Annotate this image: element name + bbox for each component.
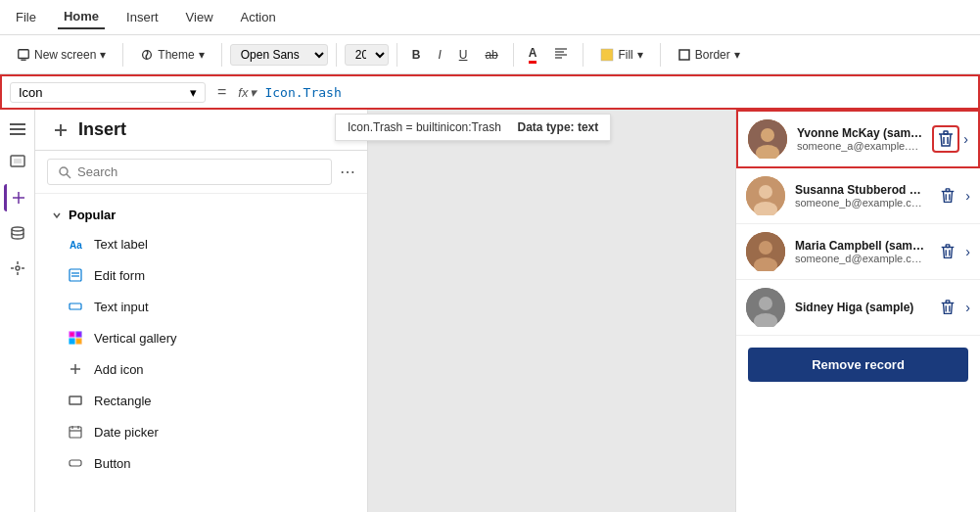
size-selector[interactable]: 20 [345, 44, 389, 66]
edit-form-icon [67, 266, 84, 284]
menu-file[interactable]: File [10, 6, 42, 28]
formula-name-box[interactable]: ▾ [10, 82, 206, 103]
list-item[interactable]: Aa Text label [35, 228, 367, 259]
list-item[interactable]: Edit form [35, 259, 367, 291]
border-button[interactable]: Border ▾ [669, 43, 749, 67]
contact-name: Maria Campbell (sample) [795, 239, 924, 253]
toolbar-divider-5 [513, 43, 514, 67]
border-chevron-icon: ▾ [734, 48, 740, 62]
insert-title-text: Insert [78, 119, 126, 140]
contact-item[interactable]: Yvonne McKay (sample) someone_a@example.… [736, 110, 980, 168]
underline-button[interactable]: U [452, 43, 475, 67]
trash-icon-button[interactable] [934, 182, 961, 209]
list-item[interactable]: Date picker [35, 416, 367, 447]
svg-rect-29 [76, 332, 81, 337]
contact-item[interactable]: Maria Campbell (sample) someone_d@exampl… [736, 224, 980, 280]
formula-equals: = [213, 83, 230, 101]
trash-icon-button[interactable] [932, 125, 959, 153]
avatar [746, 232, 785, 271]
insert-list: Popular Aa Text label Edit form [35, 194, 367, 512]
menu-action[interactable]: Action [235, 6, 282, 28]
font-color-button[interactable]: A [522, 41, 544, 69]
contact-email: someone_a@example.com [797, 140, 922, 152]
italic-button[interactable]: I [431, 43, 447, 67]
new-screen-button[interactable]: New screen ▾ [8, 43, 115, 67]
theme-label: Theme [158, 48, 194, 62]
svg-rect-65 [947, 301, 951, 303]
theme-chevron-icon: ▾ [199, 48, 205, 62]
svg-rect-24 [70, 269, 81, 281]
insert-title: Insert [51, 119, 126, 140]
menu-insert[interactable]: Insert [120, 6, 164, 28]
list-item[interactable]: Add icon [35, 353, 367, 385]
contact-info: Yvonne McKay (sample) someone_a@example.… [797, 126, 922, 152]
screens-icon-btn[interactable] [4, 149, 31, 176]
category-chevron-icon [51, 209, 63, 221]
formula-name-chevron-icon: ▾ [190, 85, 197, 100]
contact-chevron-icon[interactable]: › [965, 300, 970, 315]
edit-form-item: Edit form [94, 268, 145, 283]
hamburger-menu-icon[interactable] [4, 117, 31, 141]
contact-item[interactable]: Sidney Higa (sample) › [736, 280, 980, 336]
trash-icon-button[interactable] [934, 294, 961, 321]
fill-button[interactable]: Fill ▾ [591, 43, 651, 67]
toolbar-divider-1 [122, 43, 123, 67]
menu-view[interactable]: View [180, 6, 219, 28]
list-item[interactable]: Text input [35, 291, 367, 322]
theme-button[interactable]: Theme ▾ [131, 43, 212, 67]
svg-rect-8 [679, 50, 689, 60]
rectangle-icon [67, 392, 84, 409]
svg-rect-34 [70, 396, 81, 404]
contact-name: Susanna Stubberod (sample) [795, 183, 924, 197]
button-icon [67, 454, 84, 472]
insert-search-box[interactable] [47, 159, 332, 185]
svg-point-14 [16, 266, 20, 270]
search-input[interactable] [77, 164, 321, 179]
popular-category[interactable]: Popular [35, 202, 367, 228]
text-label-icon: Aa [67, 235, 84, 253]
more-options-icon[interactable]: ⋯ [340, 163, 355, 181]
svg-rect-39 [70, 460, 81, 466]
formula-input[interactable] [264, 85, 970, 100]
contact-item[interactable]: Susanna Stubberod (sample) someone_b@exa… [736, 168, 980, 224]
tools-icon-btn[interactable] [4, 255, 31, 282]
align-button[interactable] [547, 41, 575, 68]
new-screen-label: New screen [34, 48, 96, 62]
list-item[interactable]: Rectangle [35, 385, 367, 416]
contact-name: Sidney Higa (sample) [795, 301, 924, 314]
trash-icon-button[interactable] [934, 238, 961, 265]
formula-name-input[interactable] [19, 85, 190, 100]
contact-chevron-icon[interactable]: › [963, 131, 968, 147]
date-picker-icon [67, 423, 84, 441]
border-label: Border [695, 48, 730, 62]
toolbar-divider-3 [336, 43, 337, 67]
svg-rect-31 [76, 339, 81, 344]
contact-chevron-icon[interactable]: › [965, 244, 970, 259]
svg-point-21 [60, 167, 68, 175]
data-icon-btn[interactable] [4, 219, 31, 247]
formula-fx-button[interactable]: fx ▾ [238, 85, 257, 100]
menu-bar: File Home Insert View Action [0, 0, 980, 35]
list-item[interactable]: Vertical gallery [35, 322, 367, 353]
strikethrough-button[interactable]: ab [478, 43, 504, 67]
bold-button[interactable]: B [405, 43, 428, 67]
list-item[interactable]: Button [35, 447, 367, 479]
svg-rect-28 [70, 332, 74, 337]
data-type-label: Data type: [518, 120, 575, 134]
svg-point-62 [759, 297, 772, 310]
menu-home[interactable]: Home [58, 5, 105, 29]
contact-info: Maria Campbell (sample) someone_d@exampl… [795, 239, 924, 264]
svg-point-48 [759, 185, 772, 199]
svg-rect-10 [14, 159, 22, 163]
contact-actions: › [934, 294, 970, 321]
insert-icon-btn[interactable] [4, 184, 31, 211]
remove-record-button[interactable]: Remove record [748, 348, 968, 382]
contact-info: Sidney Higa (sample) [795, 301, 924, 314]
formula-fx-chevron-icon: ▾ [250, 85, 257, 100]
add-icon [67, 360, 84, 378]
gallery-item: Vertical gallery [94, 331, 177, 346]
new-screen-chevron-icon: ▾ [100, 48, 106, 62]
svg-rect-0 [19, 49, 29, 58]
contact-chevron-icon[interactable]: › [965, 188, 970, 204]
font-selector[interactable]: Open Sans [230, 44, 328, 66]
